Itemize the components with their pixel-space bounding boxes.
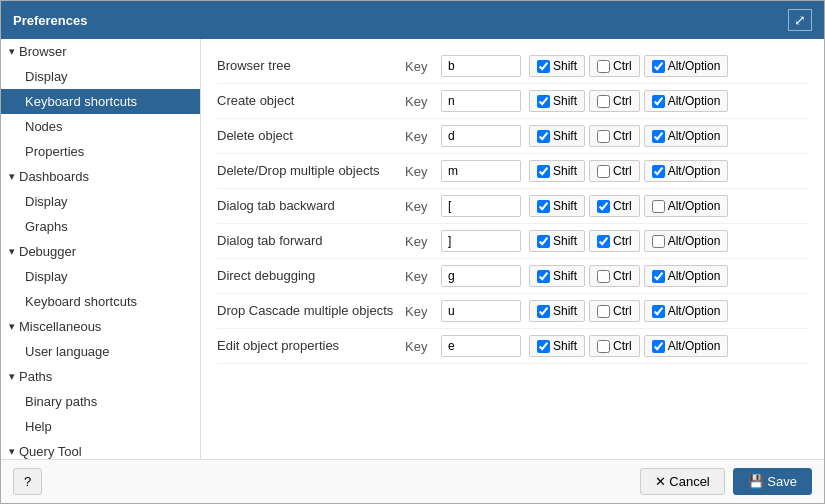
alt-checkbox-drop-cascade-multiple[interactable] (652, 305, 665, 318)
shift-checkbox-drop-cascade-multiple[interactable] (537, 305, 550, 318)
sidebar-item-paths-binary[interactable]: Binary paths (1, 389, 200, 414)
sidebar-item-debugger-keyboard[interactable]: Keyboard shortcuts (1, 289, 200, 314)
ctrl-modifier-edit-object-properties[interactable]: Ctrl (589, 335, 640, 357)
sidebar-parent-browser[interactable]: ▾Browser (1, 39, 200, 64)
ctrl-checkbox-dialog-tab-backward[interactable] (597, 200, 610, 213)
modifier-group-direct-debugging: Shift Ctrl Alt/Option (529, 265, 728, 287)
shift-modifier-browser-tree[interactable]: Shift (529, 55, 585, 77)
shift-modifier-drop-cascade-multiple[interactable]: Shift (529, 300, 585, 322)
shift-modifier-direct-debugging[interactable]: Shift (529, 265, 585, 287)
shift-checkbox-dialog-tab-backward[interactable] (537, 200, 550, 213)
alt-checkbox-edit-object-properties[interactable] (652, 340, 665, 353)
shift-modifier-dialog-tab-forward[interactable]: Shift (529, 230, 585, 252)
key-input-dialog-tab-forward[interactable] (441, 230, 521, 252)
shortcut-label-dialog-tab-forward: Dialog tab forward (217, 233, 397, 250)
ctrl-modifier-direct-debugging[interactable]: Ctrl (589, 265, 640, 287)
alt-modifier-create-object[interactable]: Alt/Option (644, 90, 729, 112)
key-input-delete-drop-multiple[interactable] (441, 160, 521, 182)
key-input-delete-object[interactable] (441, 125, 521, 147)
ctrl-modifier-delete-object[interactable]: Ctrl (589, 125, 640, 147)
alt-modifier-drop-cascade-multiple[interactable]: Alt/Option (644, 300, 729, 322)
shortcut-label-create-object: Create object (217, 93, 397, 110)
sidebar-item-paths-help[interactable]: Help (1, 414, 200, 439)
save-button[interactable]: 💾 Save (733, 468, 812, 495)
ctrl-modifier-dialog-tab-backward[interactable]: Ctrl (589, 195, 640, 217)
alt-modifier-dialog-tab-backward[interactable]: Alt/Option (644, 195, 729, 217)
shift-checkbox-direct-debugging[interactable] (537, 270, 550, 283)
ctrl-modifier-dialog-tab-forward[interactable]: Ctrl (589, 230, 640, 252)
alt-checkbox-direct-debugging[interactable] (652, 270, 665, 283)
help-button[interactable]: ? (13, 468, 42, 495)
ctrl-checkbox-browser-tree[interactable] (597, 60, 610, 73)
expand-button[interactable]: ⤢ (788, 9, 812, 31)
sidebar: ▾BrowserDisplayKeyboard shortcutsNodesPr… (1, 39, 201, 459)
shortcut-row-dialog-tab-forward: Dialog tab forward Key Shift Ctrl Alt/Op… (217, 224, 808, 259)
ctrl-modifier-browser-tree[interactable]: Ctrl (589, 55, 640, 77)
alt-checkbox-create-object[interactable] (652, 95, 665, 108)
sidebar-item-debugger-display[interactable]: Display (1, 264, 200, 289)
alt-modifier-browser-tree[interactable]: Alt/Option (644, 55, 729, 77)
alt-checkbox-delete-drop-multiple[interactable] (652, 165, 665, 178)
ctrl-checkbox-edit-object-properties[interactable] (597, 340, 610, 353)
cancel-button[interactable]: ✕ Cancel (640, 468, 725, 495)
key-input-browser-tree[interactable] (441, 55, 521, 77)
ctrl-modifier-create-object[interactable]: Ctrl (589, 90, 640, 112)
shortcut-row-delete-object: Delete object Key Shift Ctrl Alt/Option (217, 119, 808, 154)
sidebar-parent-label: Paths (19, 369, 52, 384)
sidebar-parent-paths[interactable]: ▾Paths (1, 364, 200, 389)
sidebar-item-browser-nodes[interactable]: Nodes (1, 114, 200, 139)
sidebar-parent-dashboards[interactable]: ▾Dashboards (1, 164, 200, 189)
shortcut-row-browser-tree: Browser tree Key Shift Ctrl Alt/Option (217, 49, 808, 84)
sidebar-item-dashboards-display[interactable]: Display (1, 189, 200, 214)
sidebar-item-browser-keyboard[interactable]: Keyboard shortcuts (1, 89, 200, 114)
sidebar-parent-miscellaneous[interactable]: ▾Miscellaneous (1, 314, 200, 339)
key-label-drop-cascade-multiple: Key (405, 304, 433, 319)
shift-modifier-delete-drop-multiple[interactable]: Shift (529, 160, 585, 182)
sidebar-parent-debugger[interactable]: ▾Debugger (1, 239, 200, 264)
alt-checkbox-browser-tree[interactable] (652, 60, 665, 73)
ctrl-checkbox-drop-cascade-multiple[interactable] (597, 305, 610, 318)
shift-checkbox-delete-drop-multiple[interactable] (537, 165, 550, 178)
chevron-icon: ▾ (9, 45, 15, 58)
ctrl-checkbox-delete-object[interactable] (597, 130, 610, 143)
key-label-dialog-tab-backward: Key (405, 199, 433, 214)
shift-checkbox-edit-object-properties[interactable] (537, 340, 550, 353)
modifier-group-create-object: Shift Ctrl Alt/Option (529, 90, 728, 112)
alt-checkbox-dialog-tab-forward[interactable] (652, 235, 665, 248)
footer: ? ✕ Cancel 💾 Save (1, 459, 824, 503)
key-input-drop-cascade-multiple[interactable] (441, 300, 521, 322)
sidebar-item-misc-userlang[interactable]: User language (1, 339, 200, 364)
shift-checkbox-create-object[interactable] (537, 95, 550, 108)
ctrl-checkbox-direct-debugging[interactable] (597, 270, 610, 283)
shortcut-label-browser-tree: Browser tree (217, 58, 397, 75)
modifier-group-dialog-tab-backward: Shift Ctrl Alt/Option (529, 195, 728, 217)
key-input-create-object[interactable] (441, 90, 521, 112)
key-input-edit-object-properties[interactable] (441, 335, 521, 357)
alt-modifier-direct-debugging[interactable]: Alt/Option (644, 265, 729, 287)
sidebar-item-browser-properties[interactable]: Properties (1, 139, 200, 164)
sidebar-item-dashboards-graphs[interactable]: Graphs (1, 214, 200, 239)
shift-modifier-create-object[interactable]: Shift (529, 90, 585, 112)
alt-checkbox-delete-object[interactable] (652, 130, 665, 143)
shift-modifier-delete-object[interactable]: Shift (529, 125, 585, 147)
sidebar-parent-label: Dashboards (19, 169, 89, 184)
shift-checkbox-dialog-tab-forward[interactable] (537, 235, 550, 248)
ctrl-modifier-drop-cascade-multiple[interactable]: Ctrl (589, 300, 640, 322)
alt-checkbox-dialog-tab-backward[interactable] (652, 200, 665, 213)
alt-modifier-edit-object-properties[interactable]: Alt/Option (644, 335, 729, 357)
shift-checkbox-browser-tree[interactable] (537, 60, 550, 73)
alt-modifier-delete-drop-multiple[interactable]: Alt/Option (644, 160, 729, 182)
ctrl-checkbox-create-object[interactable] (597, 95, 610, 108)
ctrl-checkbox-dialog-tab-forward[interactable] (597, 235, 610, 248)
ctrl-modifier-delete-drop-multiple[interactable]: Ctrl (589, 160, 640, 182)
key-input-dialog-tab-backward[interactable] (441, 195, 521, 217)
alt-modifier-dialog-tab-forward[interactable]: Alt/Option (644, 230, 729, 252)
shift-checkbox-delete-object[interactable] (537, 130, 550, 143)
alt-modifier-delete-object[interactable]: Alt/Option (644, 125, 729, 147)
shift-modifier-edit-object-properties[interactable]: Shift (529, 335, 585, 357)
ctrl-checkbox-delete-drop-multiple[interactable] (597, 165, 610, 178)
key-input-direct-debugging[interactable] (441, 265, 521, 287)
sidebar-item-browser-display[interactable]: Display (1, 64, 200, 89)
sidebar-parent-query-tool[interactable]: ▾Query Tool (1, 439, 200, 459)
shift-modifier-dialog-tab-backward[interactable]: Shift (529, 195, 585, 217)
